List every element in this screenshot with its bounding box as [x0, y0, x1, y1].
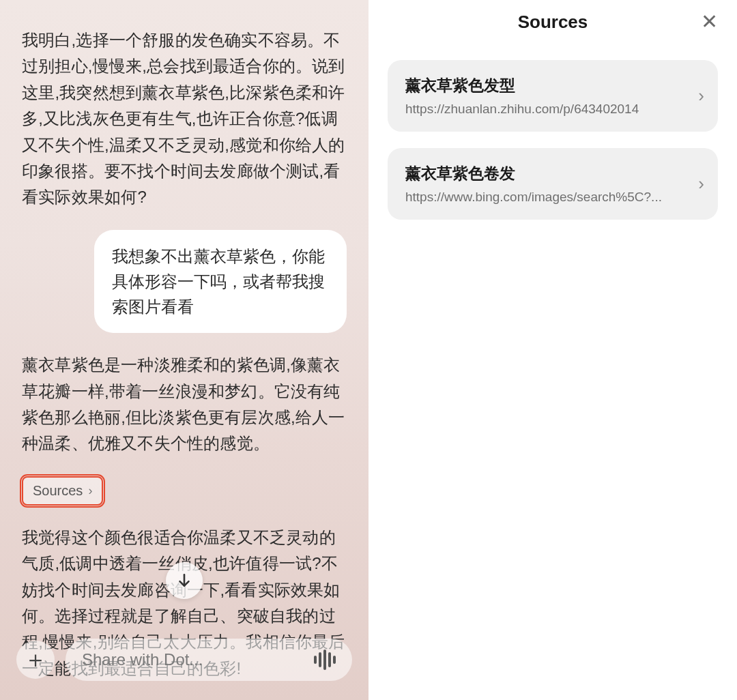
source-card[interactable]: 薰衣草紫色发型 https://zhuanlan.zhihu.com/p/643… [388, 60, 718, 132]
sources-button[interactable]: Sources › [22, 476, 103, 506]
input-bar: ＋ Share with Dot... [0, 625, 369, 700]
arrow-down-icon [175, 572, 193, 589]
message-input-placeholder: Share with Dot... [82, 650, 203, 669]
chevron-right-icon: › [698, 173, 704, 194]
source-url: https://zhuanlan.zhihu.com/p/643402014 [405, 102, 690, 117]
source-card[interactable]: 薰衣草紫色卷发 https://www.bing.com/images/sear… [388, 148, 718, 220]
source-title: 薰衣草紫色发型 [405, 75, 690, 96]
source-title: 薰衣草紫色卷发 [405, 163, 690, 184]
sources-panel: Sources ✕ 薰衣草紫色发型 https://zhuanlan.zhihu… [369, 0, 737, 700]
chat-panel: 我明白,选择一个舒服的发色确实不容易。不过别担心,慢慢来,总会找到最适合你的。说… [0, 0, 369, 700]
user-message: 我想象不出薰衣草紫色，你能具体形容一下吗，或者帮我搜索图片看看 [94, 230, 347, 334]
plus-icon: ＋ [24, 644, 47, 675]
source-url: https://www.bing.com/images/search%5C?..… [405, 190, 690, 205]
ai-message: 薰衣草紫色是一种淡雅柔和的紫色调,像薰衣草花瓣一样,带着一丝浪漫和梦幻。它没有纯… [22, 352, 347, 457]
attach-button[interactable]: ＋ [16, 641, 55, 679]
user-message-wrap: 我想象不出薰衣草紫色，你能具体形容一下吗，或者帮我搜索图片看看 [22, 230, 347, 334]
scroll-down-button[interactable] [166, 562, 203, 599]
close-button[interactable]: ✕ [701, 12, 718, 32]
voice-input-icon[interactable] [314, 650, 336, 670]
sources-button-label: Sources [33, 483, 83, 499]
message-input[interactable]: Share with Dot... [66, 639, 352, 681]
chevron-right-icon: › [88, 484, 92, 498]
ai-message: 我明白,选择一个舒服的发色确实不容易。不过别担心,慢慢来,总会找到最适合你的。说… [22, 27, 347, 211]
close-icon: ✕ [701, 10, 718, 33]
sources-header: Sources ✕ [388, 0, 718, 44]
sources-title: Sources [518, 12, 588, 33]
chevron-right-icon: › [698, 85, 704, 106]
